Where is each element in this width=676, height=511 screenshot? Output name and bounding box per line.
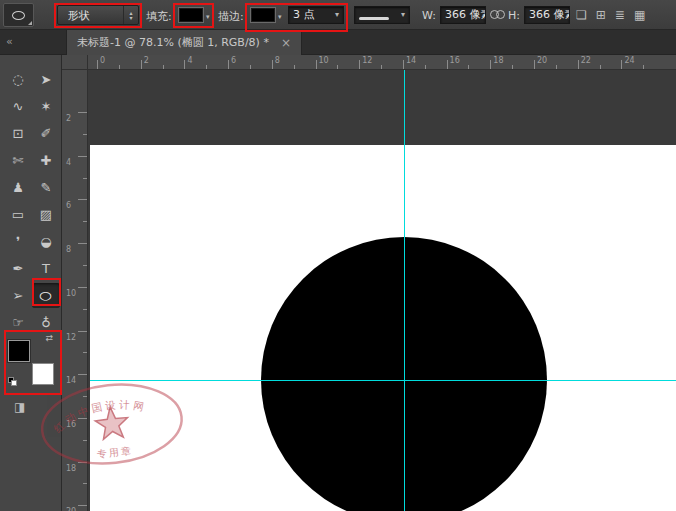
clone-stamp-tool-icon[interactable]: ♟ xyxy=(4,175,32,200)
ruler-number: 10 xyxy=(319,56,329,65)
preset-dropdown-arrow-icon xyxy=(28,21,32,25)
ruler-tick-minor xyxy=(83,134,87,135)
horizontal-ruler[interactable]: 024681012141618202224 xyxy=(88,55,676,70)
toolbar-collapse-chevrons-icon[interactable]: « xyxy=(6,35,13,48)
hand-tool-icon: ☞ xyxy=(12,315,24,330)
brush-tool-icon[interactable]: ✎ xyxy=(32,175,60,200)
lasso-tool-icon: ∿ xyxy=(13,99,24,114)
patch-tool-icon[interactable]: ✄ xyxy=(4,148,32,173)
clone-stamp-tool-icon: ♟ xyxy=(12,180,24,195)
default-colors-icon[interactable] xyxy=(8,377,18,387)
ruler-tick xyxy=(78,331,87,332)
lasso-tool-icon[interactable]: ∿ xyxy=(4,94,32,119)
eraser-tool-icon[interactable]: ▭ xyxy=(4,202,32,227)
dodge-tool-icon[interactable]: ◒ xyxy=(32,229,60,254)
stroke-style-dropdown[interactable]: ▾ xyxy=(354,6,410,24)
ruler-origin-corner[interactable] xyxy=(62,55,88,70)
height-label: H: xyxy=(508,9,520,22)
healing-brush-tool-icon[interactable]: ✚ xyxy=(32,148,60,173)
pen-tool-icon[interactable]: ✒ xyxy=(4,256,32,281)
ruler-tick-minor xyxy=(337,65,338,69)
ruler-tick-minor xyxy=(206,65,207,69)
ruler-tick-minor xyxy=(83,221,87,222)
dropdown-spinner-icon[interactable]: ▴▾ xyxy=(123,6,138,24)
ruler-tick-minor xyxy=(83,178,87,179)
stroke-width-value: 3 点 xyxy=(293,7,315,23)
foreground-color-swatch[interactable] xyxy=(8,340,30,362)
ruler-tick xyxy=(447,60,448,69)
ruler-tick xyxy=(141,60,142,69)
ruler-tick-minor xyxy=(468,65,469,69)
ruler-number: 6 xyxy=(66,201,71,210)
ruler-tick xyxy=(316,60,317,69)
ruler-tick xyxy=(78,112,87,113)
gradient-tool-icon[interactable]: ▨ xyxy=(32,202,60,227)
ruler-tick xyxy=(184,60,185,69)
tool-preset-picker[interactable] xyxy=(3,3,34,27)
shape-width-input[interactable]: 366 像素 xyxy=(440,6,486,24)
zoom-tool-icon[interactable]: ♁ xyxy=(32,310,60,335)
ruler-tick-minor xyxy=(83,352,87,353)
vertical-ruler[interactable]: 2468101214161820 xyxy=(62,70,88,511)
shape-height-input[interactable]: 366 像素 xyxy=(524,6,570,24)
swap-colors-icon[interactable]: ⇄ xyxy=(45,333,53,343)
ruler-tick xyxy=(621,60,622,69)
quick-mask-icon[interactable]: ◨ xyxy=(14,400,25,414)
workspace-options-icon[interactable]: ▦ xyxy=(634,6,645,24)
ruler-tick xyxy=(78,199,87,200)
background-color-swatch[interactable] xyxy=(32,363,54,385)
tab-close-icon[interactable]: × xyxy=(281,36,291,50)
ellipse-tool-icon[interactable]: ○ xyxy=(32,283,60,308)
vertical-guide[interactable] xyxy=(404,70,405,511)
path-selection-tool-icon[interactable]: ➢ xyxy=(4,283,32,308)
ruler-tick-minor xyxy=(512,65,513,69)
tool-options-bar: 形状 ▴▾ 填充: ▾ 描边: ▾ 3 点 ▾ ▾ W: 366 像素 H: 3… xyxy=(0,0,676,30)
stroke-color-swatch[interactable] xyxy=(250,7,276,23)
hand-tool-icon[interactable]: ☞ xyxy=(4,310,32,335)
type-tool-icon[interactable]: T xyxy=(32,256,60,281)
ruler-tick xyxy=(78,462,87,463)
eyedropper-tool-icon[interactable]: ✐ xyxy=(32,121,60,146)
ruler-tick-minor xyxy=(381,65,382,69)
dodge-tool-icon: ◒ xyxy=(40,234,51,249)
move-tool-icon[interactable]: ➤ xyxy=(32,67,60,92)
stroke-dropdown-arrow-icon[interactable]: ▾ xyxy=(278,13,282,21)
ruler-tick-minor xyxy=(83,440,87,441)
document-viewport[interactable] xyxy=(88,70,676,511)
ruler-number: 4 xyxy=(66,158,71,167)
ruler-number: 6 xyxy=(231,56,236,65)
brush-tool-icon: ✎ xyxy=(41,180,52,195)
path-operations-icon[interactable]: ❏ xyxy=(576,6,587,24)
ruler-tick-minor xyxy=(250,65,251,69)
ruler-number: 20 xyxy=(537,56,547,65)
document-tab[interactable]: 未标题-1 @ 78.1% (椭圆 1, RGB/8) * × xyxy=(66,30,302,55)
move-tool-icon: ➤ xyxy=(41,72,52,87)
link-dimensions-icon[interactable] xyxy=(490,10,506,20)
blur-tool-icon[interactable]: ❜ xyxy=(4,229,32,254)
ruler-tick-minor xyxy=(556,65,557,69)
ruler-tick xyxy=(534,60,535,69)
elliptical-marquee-tool-icon[interactable]: ◌ xyxy=(4,67,32,92)
crop-tool-icon: ⊡ xyxy=(13,126,24,141)
tool-mode-dropdown[interactable]: 形状 ▴▾ xyxy=(57,5,139,25)
ruler-number: 2 xyxy=(66,114,71,123)
stroke-label: 描边: xyxy=(218,9,244,24)
patch-tool-icon: ✄ xyxy=(13,153,24,168)
ruler-tick xyxy=(78,243,87,244)
fill-color-swatch[interactable] xyxy=(178,7,204,23)
stroke-width-dropdown[interactable]: 3 点 ▾ xyxy=(288,6,344,24)
path-arrange-icon[interactable]: ≣ xyxy=(615,6,625,24)
ruler-tick xyxy=(78,156,87,157)
ruler-tick xyxy=(78,418,87,419)
horizontal-guide[interactable] xyxy=(90,380,676,381)
ruler-number: 18 xyxy=(66,464,76,473)
crop-tool-icon[interactable]: ⊡ xyxy=(4,121,32,146)
magic-wand-tool-icon: ✶ xyxy=(41,99,52,114)
zoom-tool-icon: ♁ xyxy=(41,315,51,330)
magic-wand-tool-icon[interactable]: ✶ xyxy=(32,94,60,119)
document-tab-bar: « 未标题-1 @ 78.1% (椭圆 1, RGB/8) * × xyxy=(0,30,676,55)
ruler-number: 12 xyxy=(362,56,372,65)
ruler-tick-minor xyxy=(643,65,644,69)
fill-dropdown-arrow-icon[interactable]: ▾ xyxy=(206,13,210,21)
path-alignment-icon[interactable]: ⊞ xyxy=(596,6,606,24)
